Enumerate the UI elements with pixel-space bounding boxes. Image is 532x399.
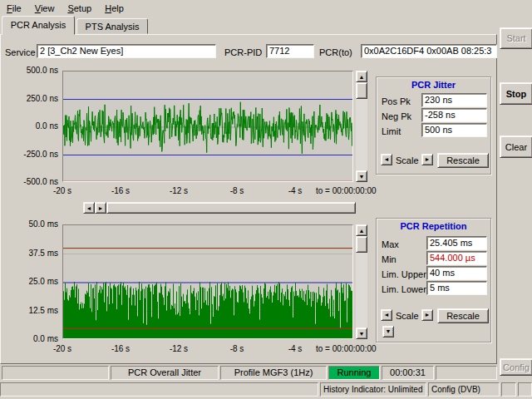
jitter-xtick: -20 s (46, 186, 79, 195)
min-label: Min (382, 254, 397, 264)
pcr-pid-label: PCR-PID (224, 47, 262, 57)
lim-lower-label: Lim. Lower (382, 284, 426, 294)
repetition-xtick: -20 s (46, 344, 79, 353)
jitter-xtick: -16 s (104, 186, 137, 195)
pcr-repetition-chart (62, 224, 353, 339)
menu-bar: FileViewSetupHelp (0, 0, 532, 16)
pcr-jitter-panel-title: PCR Jitter (376, 80, 491, 90)
repetition-rescale-button[interactable]: Rescale (437, 308, 489, 323)
footer-config-mode: Config (DVB) (428, 382, 500, 397)
service-label: Service (5, 47, 36, 57)
repetition-time-reference: to = 00:00:00:00 (316, 344, 377, 353)
stop-button[interactable]: Stop (500, 82, 532, 105)
repetition-scale-left-button[interactable]: ◄ (381, 309, 392, 321)
jitter-ytick: 250.0 ns (23, 94, 58, 103)
config-button[interactable]: Config (500, 358, 532, 376)
menu-setup[interactable]: Setup (61, 1, 98, 15)
jitter-xtick: -8 s (220, 186, 254, 195)
app-window: FileViewSetupHelp PCR Analysis PTS Analy… (0, 0, 532, 399)
status-mode: PCR Overall Jitter (111, 366, 219, 380)
scroll-down-button[interactable]: ▼ (356, 328, 367, 339)
up-arrow-icon: ▲ (359, 228, 365, 234)
lim-upper-label: Lim. Upper (382, 269, 426, 279)
jitter-rescale-button[interactable]: Rescale (437, 153, 489, 168)
lim-upper-field[interactable]: 40 ms (426, 266, 487, 280)
right-arrow-icon: ► (425, 312, 431, 318)
right-arrow-icon: ► (425, 156, 431, 162)
scrollbar-thumb[interactable] (356, 236, 367, 253)
scroll-right-button[interactable]: ► (95, 202, 106, 214)
jitter-xtick: -4 s (278, 186, 312, 195)
status-elapsed-time: 00:00:31 (382, 366, 434, 380)
repetition-xtick: -4 s (278, 344, 312, 353)
max-label: Max (382, 239, 399, 249)
neg-pk-label: Neg Pk (382, 111, 411, 121)
repetition-scale-right-button[interactable]: ► (421, 309, 433, 321)
left-arrow-icon: ◄ (86, 205, 92, 211)
menu-view[interactable]: View (28, 1, 62, 15)
max-field: 25.405 ms (426, 236, 487, 250)
start-button[interactable]: Start (500, 27, 532, 49)
service-value-field[interactable]: 2 [3_Ch2 New Eyes] (37, 44, 216, 58)
status-profile: Profile MGF3 (1Hz) (220, 366, 327, 380)
clear-button[interactable]: Clear (500, 135, 532, 158)
status-cell-empty (2, 366, 109, 380)
down-arrow-icon: ▼ (359, 174, 365, 180)
repetition-xtick: -8 s (220, 344, 254, 353)
scroll-left-button[interactable]: ◄ (83, 202, 95, 214)
jitter-horizontal-scrollbar[interactable]: ◄ ► (83, 202, 356, 214)
repetition-ytick: 0.0 ms (23, 334, 58, 343)
repetition-xtick: -12 s (162, 344, 195, 353)
repetition-scale-label: Scale (396, 311, 419, 321)
down-arrow-icon: ▼ (359, 331, 365, 337)
up-arrow-icon: ▲ (359, 74, 365, 80)
min-field: 544.000 µs (426, 251, 487, 265)
pcr-repetition-panel-title: PCR Repetition (376, 221, 491, 231)
pcr-jitter-chart (62, 71, 353, 182)
pcr-to-label: PCR(to) (319, 47, 352, 57)
menu-help[interactable]: Help (98, 1, 131, 15)
scroll-up-button[interactable]: ▲ (356, 224, 367, 236)
jitter-scale-label: Scale (396, 155, 419, 165)
left-arrow-icon: ◄ (384, 312, 390, 318)
jitter-ytick: 500.0 ns (23, 66, 58, 75)
jitter-ytick: 0.0 ns (23, 121, 58, 131)
repetition-scale-down-button[interactable]: ▼ (382, 326, 394, 337)
repetition-ytick: 37.5 ms (23, 249, 58, 258)
repetition-xtick: -16 s (104, 344, 137, 353)
repetition-ytick: 25.0 ms (23, 277, 58, 286)
tab-pts-analysis[interactable]: PTS Analysis (76, 18, 148, 34)
menu-file[interactable]: File (0, 1, 28, 15)
lim-lower-field[interactable]: 5 ms (426, 281, 487, 295)
tab-pcr-analysis[interactable]: PCR Analysis (2, 16, 75, 35)
footer-cell-empty (518, 382, 532, 397)
repetition-ytick: 12.5 ms (23, 306, 58, 315)
pcr-pid-field: 7712 (266, 44, 314, 58)
footer-cell-empty (501, 382, 516, 397)
jitter-scale-right-button[interactable]: ► (421, 154, 433, 165)
pos-pk-field: 230 ns (421, 93, 487, 107)
left-arrow-icon: ◄ (384, 156, 390, 162)
repetition-vertical-scrollbar[interactable]: ▲ ▼ (356, 224, 367, 339)
status-state-badge: Running (328, 366, 380, 380)
repetition-ytick: 50.0 ms (23, 219, 58, 229)
pcr-to-field: 0x0A2C16DF4 0x00AB 08:25:3 (361, 44, 497, 58)
status-cell-empty (436, 366, 497, 380)
footer-cell-empty (0, 382, 318, 397)
jitter-scale-left-button[interactable]: ◄ (381, 154, 392, 165)
right-arrow-icon: ► (98, 205, 104, 211)
scroll-up-button[interactable]: ▲ (356, 71, 367, 82)
jitter-vertical-scrollbar[interactable]: ▲ ▼ (356, 71, 367, 182)
scrollbar-thumb[interactable] (356, 82, 367, 99)
limit-label: Limit (382, 126, 401, 136)
jitter-time-reference: to = 00:00:00:00 (316, 186, 377, 195)
jitter-xtick: -12 s (162, 186, 195, 195)
down-arrow-icon: ▼ (386, 328, 392, 334)
limit-field[interactable]: 500 ns (421, 123, 487, 137)
footer-history-indicator: History Indicator: Unlimited (320, 382, 426, 397)
jitter-ytick: -500.0 ns (23, 177, 58, 186)
pos-pk-label: Pos Pk (382, 96, 411, 106)
neg-pk-field: -258 ns (421, 108, 487, 122)
scrollbar-thumb[interactable] (106, 202, 356, 214)
scroll-down-button[interactable]: ▼ (356, 170, 367, 182)
